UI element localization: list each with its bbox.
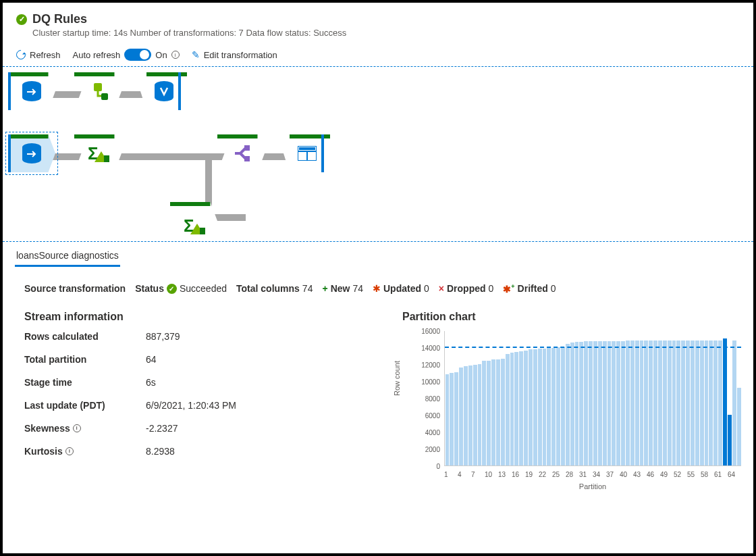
chart-bar[interactable]: [543, 349, 547, 465]
flow-node-source[interactable]: [8, 72, 55, 110]
chart-bar[interactable]: [589, 341, 593, 465]
star-icon: ✱: [373, 283, 381, 294]
chart-bar[interactable]: [709, 340, 713, 465]
chart-bar[interactable]: [584, 341, 588, 465]
toggle-state: On: [155, 50, 167, 60]
chart-bar[interactable]: [718, 340, 722, 465]
chart-bar[interactable]: [713, 340, 718, 465]
chart-bar[interactable]: [612, 341, 616, 465]
auto-refresh-label: Auto refresh: [73, 50, 121, 60]
chart-bar[interactable]: [566, 344, 570, 465]
edit-transformation-button[interactable]: ✎ Edit transformation: [192, 49, 277, 60]
table-icon: [298, 146, 317, 161]
chart-bar[interactable]: [626, 340, 630, 465]
chart-plot[interactable]: [444, 331, 741, 466]
toolbar: Refresh Auto refresh On i ✎ Edit transfo…: [3, 43, 753, 66]
chart-bar[interactable]: [658, 340, 662, 465]
update-label: Last update (PDT): [24, 400, 146, 411]
chart-bar[interactable]: [598, 341, 602, 465]
chart-bar[interactable]: [616, 341, 620, 465]
chart-bar[interactable]: [663, 340, 667, 465]
chart-bar[interactable]: [579, 342, 583, 465]
flow-graph[interactable]: Σ Σ: [3, 67, 753, 241]
flow-node-source-selected[interactable]: [8, 134, 55, 172]
chart-bar[interactable]: [446, 374, 450, 465]
svg-rect-19: [299, 147, 315, 150]
chart-bar[interactable]: [501, 359, 505, 465]
chart-bar[interactable]: [691, 340, 695, 465]
chart-bar[interactable]: [575, 342, 579, 465]
chart-bar[interactable]: [608, 341, 612, 465]
refresh-button[interactable]: Refresh: [16, 50, 61, 60]
total-columns: Total columns 74: [236, 283, 313, 294]
chart-bar[interactable]: [556, 347, 560, 465]
chart-bar[interactable]: [723, 338, 727, 465]
info-icon[interactable]: i: [171, 51, 180, 59]
chart-bar[interactable]: [705, 340, 709, 465]
chart-title: Partition chart: [402, 311, 741, 323]
svg-rect-22: [200, 228, 205, 234]
chart-bar[interactable]: [593, 341, 597, 465]
chart-bar[interactable]: [514, 352, 518, 465]
status-badge: Status ✓ Succeeded: [135, 283, 227, 294]
auto-refresh-toggle[interactable]: [124, 49, 151, 61]
chart-bar[interactable]: [686, 340, 690, 465]
chart-bar[interactable]: [695, 340, 699, 465]
chart-bar[interactable]: [473, 365, 477, 465]
chart-bar[interactable]: [464, 366, 468, 465]
chart-bar[interactable]: [640, 340, 644, 465]
chart-bar[interactable]: [468, 365, 473, 465]
chart-bar[interactable]: [478, 364, 482, 465]
chart-bar[interactable]: [561, 347, 565, 465]
chart-bar[interactable]: [496, 359, 500, 465]
info-icon[interactable]: i: [65, 447, 74, 455]
chart-bar[interactable]: [676, 340, 680, 465]
chart-bar[interactable]: [603, 341, 607, 465]
flow-node-aggregate[interactable]: Σ: [74, 134, 122, 172]
chart-bar[interactable]: [487, 361, 491, 465]
chart-bar[interactable]: [524, 351, 528, 465]
chart-bar[interactable]: [630, 340, 634, 465]
flow-node-transform[interactable]: [74, 72, 122, 110]
chart-bar[interactable]: [538, 349, 542, 465]
chart-bar[interactable]: [653, 340, 657, 465]
flow-node-split[interactable]: [217, 134, 265, 172]
chart-bar[interactable]: [728, 415, 732, 465]
chart-bar[interactable]: [510, 353, 514, 465]
chart-bar[interactable]: [700, 340, 704, 465]
chart-bar[interactable]: [519, 351, 523, 465]
chart-bar[interactable]: [482, 361, 486, 465]
chart-bar[interactable]: [635, 340, 639, 465]
page-title: DQ Rules: [32, 12, 87, 26]
chart-bar[interactable]: [621, 341, 625, 465]
chart-bar[interactable]: [644, 340, 648, 465]
page-subtitle: Cluster startup time: 14s Number of tran…: [32, 28, 741, 38]
chart-bar[interactable]: [491, 359, 495, 465]
chart-bar[interactable]: [732, 340, 736, 465]
flow-node-sink[interactable]: [140, 72, 188, 110]
stage-label: Stage time: [24, 377, 146, 388]
chart-bar[interactable]: [672, 340, 676, 465]
chart-bar[interactable]: [529, 349, 533, 465]
info-icon[interactable]: i: [73, 424, 81, 432]
chart-bar[interactable]: [454, 372, 458, 465]
chart-bar[interactable]: [450, 373, 454, 465]
chart-bar[interactable]: [533, 349, 537, 465]
chart-bar[interactable]: [681, 340, 685, 465]
chart-bar[interactable]: [570, 343, 574, 465]
chart-ylabel: Row count: [393, 361, 401, 396]
chart-bar[interactable]: [459, 368, 463, 465]
chart-bar[interactable]: [506, 354, 510, 465]
chart-bar[interactable]: [649, 340, 653, 465]
chart-bar[interactable]: [668, 340, 672, 465]
svg-rect-13: [104, 155, 109, 162]
chart-bar[interactable]: [551, 348, 556, 465]
chart-bar[interactable]: [547, 348, 551, 465]
tab-diagnostics[interactable]: loansSource diagnostics: [15, 246, 120, 267]
update-value: 6/9/2021, 1:20:43 PM: [146, 400, 236, 411]
flow-node-aggregate-partial[interactable]: Σ: [170, 202, 217, 240]
status-summary: Source transformation Status ✓ Succeeded…: [3, 267, 753, 304]
chart-bar[interactable]: [737, 388, 741, 465]
svg-rect-14: [244, 145, 250, 151]
flow-node-sink-table[interactable]: [284, 134, 331, 172]
